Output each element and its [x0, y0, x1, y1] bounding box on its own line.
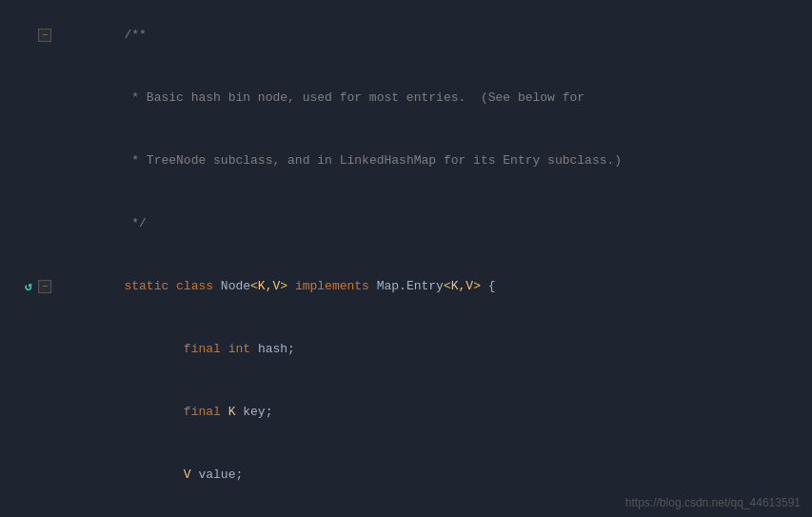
code-editor: − /** * Basic hash bin node, used for mo…: [0, 0, 812, 517]
gutter-1: −: [0, 29, 57, 42]
line-1: − /**: [0, 4, 812, 67]
line-6: final int hash;: [0, 318, 812, 381]
line-3: * TreeNode subclass, and in LinkedHashMa…: [0, 129, 812, 192]
code-line-3: * TreeNode subclass, and in LinkedHashMa…: [57, 129, 812, 192]
code-line-7: final K key;: [57, 381, 812, 444]
code-line-1: /**: [57, 4, 812, 67]
icon-area-1: −: [21, 29, 51, 42]
arrow-circle-icon: ↺: [21, 279, 36, 294]
line-2: * Basic hash bin node, used for most ent…: [0, 67, 812, 129]
code-lines: − /** * Basic hash bin node, used for mo…: [0, 0, 812, 517]
fold-btn-5[interactable]: −: [38, 280, 51, 293]
gutter-5: ↺ −: [0, 279, 57, 294]
line-4: */: [0, 192, 812, 255]
code-line-6: final int hash;: [57, 318, 812, 381]
line-5: ↺ − static class Node<K,V> implements Ma…: [0, 255, 812, 318]
watermark: https://blog.csdn.net/qq_44613591: [625, 496, 801, 509]
code-line-4: */: [57, 192, 812, 255]
code-line-5: static class Node<K,V> implements Map.En…: [57, 255, 812, 318]
code-line-2: * Basic hash bin node, used for most ent…: [57, 67, 812, 129]
fold-btn-1[interactable]: −: [38, 29, 51, 42]
line-7: final K key;: [0, 381, 812, 444]
